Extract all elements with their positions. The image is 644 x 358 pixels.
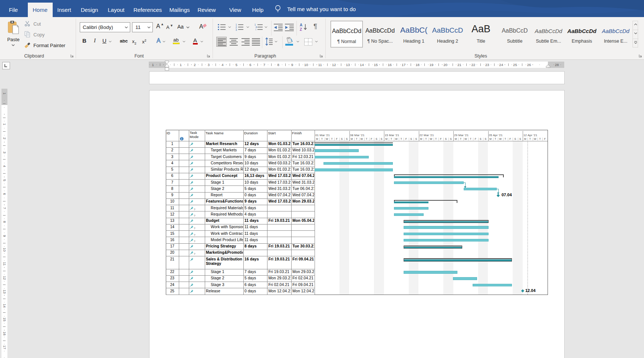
svg-text:Z: Z	[300, 27, 302, 32]
svg-text:3: 3	[236, 29, 237, 31]
svg-text:a: a	[256, 26, 257, 28]
svg-text:2: 2	[236, 26, 237, 29]
svg-text:i: i	[256, 28, 256, 31]
svg-text:1: 1	[236, 23, 237, 26]
svg-text:A: A	[300, 23, 302, 27]
